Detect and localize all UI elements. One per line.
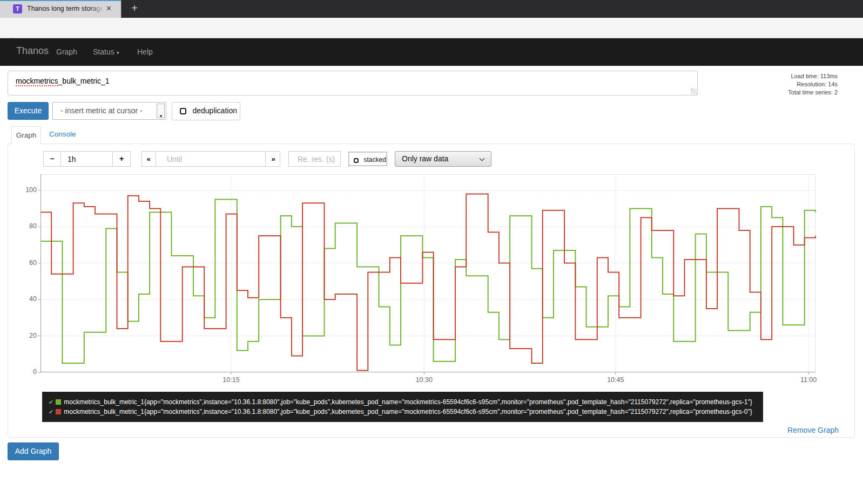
time-forward-button[interactable]: » [265,151,280,167]
deduplication-toggle[interactable]: deduplication [172,102,240,120]
series-color-swatch-green [56,399,61,405]
thanos-favicon-icon: T [13,4,22,13]
query-expression-flagged: mockmetrics [16,77,58,85]
x-tick-label: 10:15 [223,376,239,384]
chart-plot-area[interactable] [41,174,815,372]
checkbox-unchecked-icon [354,158,359,163]
app-navbar: Thanos Graph Status▾ Help [0,38,863,66]
nav-item-graph[interactable]: Graph [56,47,77,56]
stacked-label: stacked [363,156,386,164]
checkmark-icon: ✔ [49,408,53,415]
query-expression-rest: _bulk_metric_1 [58,77,110,85]
range-input[interactable] [60,151,113,167]
browser-tab[interactable]: T Thanos long term storage ✕ [0,0,121,18]
time-rewind-button[interactable]: « [141,151,156,167]
y-tick-label: 40 [29,295,37,303]
legend-row-series-1[interactable]: ✔mockmetrics_bulk_metric_1{app="mockmetr… [49,397,757,407]
x-axis-labels: 10:1510:3010:4511:00 [41,376,815,385]
total-time-series: Total time series: 2 [719,88,838,97]
checkbox-unchecked-icon [180,108,186,114]
checkmark-icon: ✔ [49,399,53,405]
brand-thanos[interactable]: Thanos [16,45,49,57]
series-color-swatch-red [56,409,61,414]
execute-button[interactable]: Execute [8,102,49,120]
chart-svg [41,174,815,372]
query-expression-input[interactable]: mockmetrics_bulk_metric_1 [8,71,698,96]
select-arrow-icon: ▼ [159,108,163,125]
new-tab-button[interactable]: + [127,2,141,16]
raw-data-selected-option: Only raw data [402,154,448,163]
nav-status-label: Status [93,47,114,56]
range-decrease-button[interactable]: − [43,151,61,167]
tab-close-icon[interactable]: ✕ [106,4,112,12]
tab-title-fade [90,1,105,18]
add-graph-button[interactable]: Add Graph [8,442,59,460]
legend-row-series-2[interactable]: ✔mockmetrics_bulk_metric_1{app="mockmetr… [49,407,757,417]
load-time: Load time: 113ms [719,72,838,80]
tab-graph[interactable]: Graph [11,126,41,144]
x-tick-label: 11:00 [800,376,817,384]
textarea-resize-grip[interactable] [691,88,697,94]
screen: T Thanos long term storage ✕ + ← → ⟳ ⌂ ⓘ… [0,0,863,504]
y-tick-label: 0 [33,368,37,376]
insert-metric-select[interactable]: - insert metric at cursor - ▼ [52,102,166,120]
insert-metric-label: - insert metric at cursor - [60,106,143,115]
raw-data-select[interactable]: Only raw data [395,151,491,167]
y-tick-label: 20 [29,332,37,339]
tab-console[interactable]: Console [49,130,76,138]
y-tick-label: 100 [25,186,37,194]
tab-divider [121,0,122,18]
resolution-input[interactable] [288,151,341,167]
browser-toolbar: ← → ⟳ ⌂ ⓘ 35.244.203.147/graph?g0.range_… [0,18,863,38]
until-input[interactable] [156,151,266,167]
nav-item-help[interactable]: Help [137,47,153,56]
x-tick-label: 10:45 [607,376,624,384]
chart-legend: ✔mockmetrics_bulk_metric_1{app="mockmetr… [42,392,763,422]
y-tick-label: 60 [29,259,37,267]
stacked-toggle[interactable]: stacked [348,152,387,166]
remove-graph-link[interactable]: Remove Graph [787,426,839,434]
deduplication-label: deduplication [192,106,237,115]
chevron-down-icon: ▾ [117,50,119,56]
y-tick-label: 80 [29,222,37,230]
chevron-down-icon [480,156,485,161]
range-increase-button[interactable]: + [112,151,131,167]
x-tick-label: 10:30 [416,376,433,384]
legend-series-2-label: mockmetrics_bulk_metric_1{app="mockmetri… [64,408,752,416]
browser-tab-bar: T Thanos long term storage ✕ + [0,0,863,18]
query-stats: Load time: 113ms Resolution: 14s Total t… [719,72,838,97]
nav-item-status[interactable]: Status▾ [93,47,119,56]
y-axis-labels: 020406080100 [15,174,37,372]
resolution: Resolution: 14s [719,80,838,88]
legend-series-1-label: mockmetrics_bulk_metric_1{app="mockmetri… [64,398,752,406]
